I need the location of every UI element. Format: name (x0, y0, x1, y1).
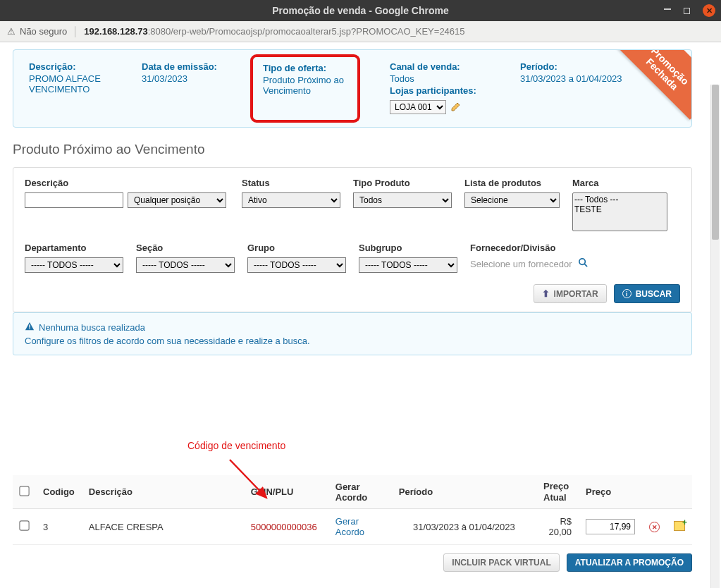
filter-descricao-label: Descrição (25, 178, 229, 188)
table-header-row: Codigo Descrição GTIN/PLU Gerar Acordo P… (13, 475, 692, 509)
summary-emissao-label: Data de emissão: (142, 61, 233, 72)
annotation-label: Código de vencimento (187, 440, 285, 451)
filter-marca-listbox[interactable]: --- Todos --- TESTE (572, 192, 667, 231)
summary-descricao-value: PROMO ALFACE VENCIMENTO (29, 73, 121, 94)
summary-descricao: Descrição: PROMO ALFACE VENCIMENTO (29, 61, 121, 114)
th-descricao: Descrição (82, 475, 244, 509)
summary-oferta-highlight: Tipo de oferta: Produto Próximo ao Venci… (250, 54, 360, 123)
filter-posicao-select[interactable]: Qualquer posição (128, 192, 226, 208)
search-button[interactable]: i BUSCAR (614, 284, 680, 303)
cell-gtin: 5000000000036 (244, 509, 328, 545)
summary-canal-value: Todos (390, 73, 499, 84)
summary-emissao: Data de emissão: 31/03/2023 (142, 61, 233, 114)
table-row: 3 ALFACE CRESPA 5000000000036 Gerar Acor… (13, 509, 692, 545)
filter-tipoprod-label: Tipo Produto (353, 178, 452, 188)
promo-summary: Descrição: PROMO ALFACE VENCIMENTO Data … (13, 49, 692, 128)
summary-oferta-value: Produto Próximo ao Vencimento (263, 75, 347, 96)
annotation-area: Código de vencimento (13, 355, 692, 475)
filter-lista-select[interactable]: Selecione (464, 192, 560, 208)
scrollbar-thumb[interactable] (712, 85, 719, 240)
info-title: Nenhuma busca realizada (39, 322, 145, 333)
info-body: Configure os filtros de acordo com sua n… (25, 336, 680, 346)
filter-fornecedor-label: Fornecedor/Divisão (470, 243, 588, 253)
th-preco: Preço (579, 475, 642, 509)
filter-dept-select[interactable]: ----- TODOS ----- (25, 257, 123, 273)
vertical-scrollbar[interactable] (710, 85, 720, 588)
summary-periodo-value: 31/03/2023 a 01/04/2023 (520, 73, 622, 84)
upload-icon: ⬆ (542, 288, 550, 299)
price-input[interactable] (586, 519, 635, 534)
filter-grupo-select[interactable]: ----- TODOS ----- (247, 257, 346, 273)
filter-subgrupo-select[interactable]: ----- TODOS ----- (359, 257, 457, 273)
search-supplier-icon[interactable] (578, 257, 588, 270)
section-title: Produto Próximo ao Vencimento (13, 142, 692, 157)
summary-lojas-label: Lojas participantes: (390, 85, 499, 96)
filter-form: Descrição Qualquer posição Status Ativo … (13, 167, 692, 312)
summary-canal-label: Canal de venda: (390, 61, 499, 72)
address-path: :8080/erp-web/Promocaojsp/promocaoaltera… (148, 26, 465, 37)
filter-dept-label: Departamento (25, 243, 123, 253)
filter-subgrupo-label: Subgrupo (359, 243, 457, 253)
promo-items-table: Codigo Descrição GTIN/PLU Gerar Acordo P… (13, 475, 692, 545)
edit-store-icon[interactable] (450, 101, 462, 114)
window-controls: ✕ (664, 4, 715, 17)
alert-icon (25, 321, 35, 333)
close-icon[interactable]: ✕ (703, 4, 715, 17)
promo-status-ribbon: Promoção Fechada (616, 49, 692, 120)
th-codigo: Codigo (36, 475, 82, 509)
page-body: Descrição: PROMO ALFACE VENCIMENTO Data … (0, 42, 705, 588)
filter-tipoprod-select[interactable]: Todos (353, 192, 452, 208)
import-button[interactable]: ⬆ IMPORTAR (534, 284, 607, 303)
maximize-icon[interactable] (684, 8, 690, 14)
select-all-checkbox[interactable] (19, 486, 29, 496)
svg-point-0 (579, 259, 584, 264)
th-periodo: Período (392, 475, 536, 509)
filter-secao-select[interactable]: ----- TODOS ----- (136, 257, 235, 273)
summary-periodo: Período: 31/03/2023 a 01/04/2023 (520, 61, 622, 114)
info-icon: i (622, 289, 631, 298)
th-preco-atual: PreçoAtual (536, 475, 579, 509)
summary-descricao-label: Descrição: (29, 61, 121, 72)
filter-status-label: Status (242, 178, 340, 188)
svg-rect-3 (29, 329, 30, 329)
bottom-actions: INCLUIR PACK VIRTUAL ATUALIZAR A PROMOÇÃ… (13, 553, 692, 572)
search-info-message: Nenhuma busca realizada Configure os fil… (13, 312, 692, 355)
filter-descricao-input[interactable] (25, 192, 123, 208)
cell-descricao: ALFACE CRESPA (82, 509, 244, 545)
store-select[interactable]: LOJA 001 (390, 100, 446, 114)
delete-row-icon[interactable]: ✕ (649, 522, 660, 532)
incluir-pack-button[interactable]: INCLUIR PACK VIRTUAL (443, 553, 559, 572)
cell-codigo: 3 (36, 509, 82, 545)
filter-fornecedor-placeholder: Selecione um fornecedor (470, 259, 572, 269)
address-bar: ⚠ Não seguro │ 192.168.128.73:8080/erp-w… (0, 21, 721, 42)
svg-line-4 (230, 460, 266, 498)
filter-secao-label: Seção (136, 243, 235, 253)
atualizar-promo-button[interactable]: ATUALIZAR A PROMOÇÃO (567, 553, 692, 572)
svg-line-1 (584, 264, 587, 267)
filter-grupo-label: Grupo (247, 243, 346, 253)
row-checkbox[interactable] (19, 521, 29, 531)
filter-marca-label: Marca (572, 178, 667, 188)
th-gerar: Gerar Acordo (328, 475, 392, 509)
cell-preco-atual: R$ 20,00 (536, 509, 579, 545)
svg-rect-2 (29, 324, 30, 327)
add-row-icon[interactable] (674, 521, 685, 531)
insecure-label: Não seguro (20, 26, 67, 37)
annotation-arrow-icon (224, 454, 281, 510)
summary-emissao-value: 31/03/2023 (142, 73, 233, 84)
summary-canal: Canal de venda: Todos Lojas participante… (390, 61, 499, 114)
address-separator: │ (73, 26, 78, 37)
summary-periodo-label: Período: (520, 61, 622, 72)
insecure-icon: ⚠ (7, 26, 16, 37)
cell-periodo: 31/03/2023 à 01/04/2023 (392, 509, 536, 545)
summary-oferta-label: Tipo de oferta: (263, 63, 347, 73)
window-titlebar: Promoção de venda - Google Chrome ✕ (0, 0, 721, 21)
filter-lista-label: Lista de produtos (464, 178, 560, 188)
window-title: Promoção de venda - Google Chrome (272, 5, 449, 16)
address-host: 192.168.128.73 (84, 26, 147, 37)
minimize-icon[interactable] (664, 8, 671, 10)
gerar-acordo-link[interactable]: Gerar Acordo (335, 516, 364, 537)
filter-status-select[interactable]: Ativo (242, 192, 340, 208)
